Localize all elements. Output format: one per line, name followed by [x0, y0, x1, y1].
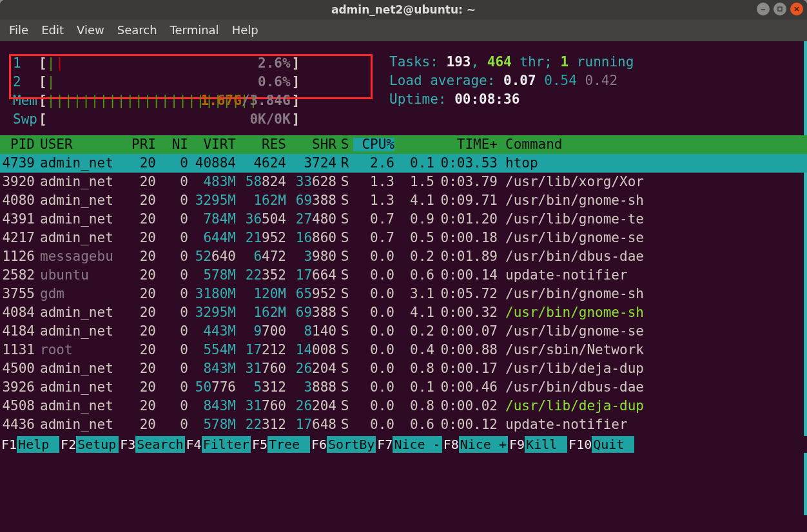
table-row[interactable]: 4084admin_net2003295M162M69388S0.04.10:0… — [0, 303, 807, 322]
fkey-f8[interactable]: F8Nice + — [442, 436, 508, 453]
table-row[interactable]: 3920admin_net200483M5882433628S1.31.50:0… — [0, 173, 807, 191]
menu-bar: File Edit View Search Terminal Help — [0, 19, 807, 41]
table-row[interactable]: 4436admin_net200578M2231217648S0.00.60:0… — [0, 415, 807, 434]
minimize-icon — [760, 6, 766, 12]
table-row[interactable]: 4508admin_net200843M3176026204S0.00.80:0… — [0, 397, 807, 415]
mem-total: 3.84G — [249, 94, 290, 108]
thr-count: 464 — [487, 54, 512, 70]
swap-meter: Swp [ 0K/0K ] — [0, 110, 807, 129]
mem-used: 1.67G — [201, 94, 242, 108]
tasks-count: 193 — [447, 54, 471, 70]
table-row[interactable]: 4500admin_net200843M3176026204S0.00.80:0… — [0, 359, 807, 378]
la1: 0.07 — [503, 73, 536, 88]
table-header[interactable]: PID USER PRI NI VIRT RES SHR S CPU% MEM%… — [0, 135, 807, 154]
la2: 0.54 — [544, 73, 577, 88]
col-cmd[interactable]: Command — [505, 138, 807, 151]
menu-view[interactable]: View — [77, 24, 104, 36]
fkey-f2[interactable]: F2Setup — [59, 436, 119, 453]
table-row[interactable]: 4080admin_net2003295M162M69388S1.34.10:0… — [0, 191, 807, 210]
uptime: 00:08:36 — [454, 91, 520, 107]
col-pri[interactable]: PRI — [124, 138, 156, 151]
terminal-window: { "window": { "title": "admin_net2@ubunt… — [0, 0, 807, 532]
function-keys: F1HelpF2SetupF3SearchF4FilterF5TreeF6Sor… — [0, 436, 807, 453]
fkey-f4[interactable]: F4Filter — [185, 436, 251, 453]
col-res[interactable]: RES — [236, 138, 286, 151]
la3: 0.42 — [585, 73, 617, 88]
menu-help[interactable]: Help — [232, 24, 258, 36]
swp-text: 0K/0K — [249, 113, 290, 126]
col-user[interactable]: USER — [40, 138, 124, 151]
fkey-f6[interactable]: F6SortBy — [310, 436, 376, 453]
table-row[interactable]: 3926admin_net2005077653123888S0.00.10:00… — [0, 378, 807, 397]
maximize-icon — [777, 6, 783, 12]
fkey-f3[interactable]: F3Search — [119, 436, 184, 453]
cpu1-label: 1 — [13, 57, 39, 70]
mem-label: Mem — [13, 94, 39, 108]
svg-rect-1 — [778, 7, 782, 11]
table-row[interactable]: 1126messagebu2005264064723980S0.00.20:01… — [0, 247, 807, 266]
cpu2-pct: 0.6% — [258, 75, 291, 89]
cpu1-pct: 2.6% — [258, 57, 291, 70]
col-shr[interactable]: SHR — [286, 138, 336, 151]
swp-label: Swp — [13, 113, 39, 126]
process-rows: 4739admin_net2004088446243724R2.60.10:03… — [0, 154, 807, 453]
load-line: Load average: 0.07 0.54 0.42 — [389, 74, 634, 93]
tasks-line: Tasks: 193, 464 thr; 1 running — [389, 55, 634, 74]
minimize-button[interactable] — [757, 3, 770, 15]
menu-edit[interactable]: Edit — [41, 24, 64, 36]
fkey-f9[interactable]: F9Kill — [508, 436, 567, 453]
window-title: admin_net2@ubuntu: ~ — [331, 5, 476, 15]
col-virt[interactable]: VIRT — [188, 138, 236, 151]
title-bar: admin_net2@ubuntu: ~ — [0, 0, 807, 19]
fkey-f5[interactable]: F5Tree — [251, 436, 310, 453]
table-row[interactable]: 1131root200554M1721214008S0.00.40:00.88/… — [0, 341, 807, 359]
col-pid[interactable]: PID — [0, 138, 40, 151]
menu-file[interactable]: File — [9, 24, 28, 36]
table-row[interactable]: 3755gdm2003180M120M65952S0.03.10:05.72/u… — [0, 285, 807, 303]
table-row[interactable]: 4217admin_net200644M2195216860S0.70.50:0… — [0, 229, 807, 247]
fkey-f10[interactable]: F10Quit — [567, 436, 634, 453]
fkey-f7[interactable]: F7Nice - — [376, 436, 442, 453]
col-s[interactable]: S — [336, 138, 353, 151]
running-count: 1 — [561, 54, 569, 70]
table-row[interactable]: 2582ubuntu200578M2235217664S0.00.60:00.1… — [0, 266, 807, 285]
menu-search[interactable]: Search — [117, 24, 157, 36]
table-row[interactable]: 4739admin_net2004088446243724R2.60.10:03… — [0, 154, 807, 173]
window-buttons — [757, 3, 803, 15]
uptime-line: Uptime: 00:08:36 — [389, 93, 634, 111]
cpu2-label: 2 — [13, 75, 39, 89]
col-time[interactable]: TIME+ — [434, 138, 505, 151]
table-row[interactable]: 4184admin_net200443M97008140S0.00.20:00.… — [0, 322, 807, 341]
maximize-button[interactable] — [773, 3, 786, 15]
process-table: PID USER PRI NI VIRT RES SHR S CPU% MEM%… — [0, 135, 807, 453]
fkey-f1[interactable]: F1Help — [0, 436, 59, 453]
close-icon — [793, 6, 800, 12]
close-button[interactable] — [790, 3, 803, 15]
system-stats: Tasks: 193, 464 thr; 1 running Load aver… — [389, 55, 634, 111]
terminal-body[interactable]: 1 [ || 2.6% ] 2 [ | 0.6% ] Mem — [0, 41, 807, 453]
menu-terminal[interactable]: Terminal — [170, 24, 219, 36]
col-cpu[interactable]: CPU% — [353, 138, 394, 151]
col-ni[interactable]: NI — [156, 138, 188, 151]
htop-header: 1 [ || 2.6% ] 2 [ | 0.6% ] Mem — [0, 54, 807, 135]
col-mem[interactable]: MEM% — [394, 138, 434, 151]
table-row[interactable]: 4391admin_net200784M3650427480S0.70.90:0… — [0, 210, 807, 229]
